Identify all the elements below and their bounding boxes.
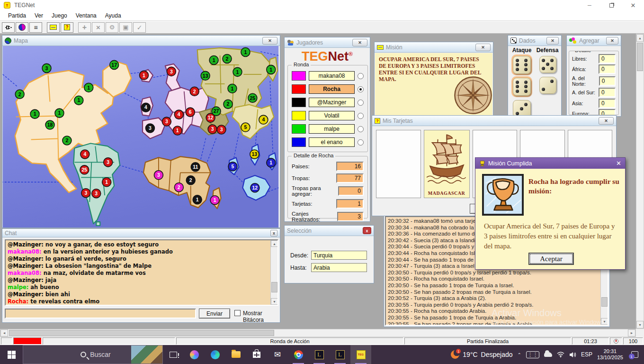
tray-app-icon[interactable]: ⋮⋮ [526, 351, 539, 358]
army-marker[interactable]: 2 [186, 176, 195, 185]
start-button[interactable] [0, 345, 23, 364]
mission-window-titlebar[interactable]: Misión ✕ [375, 42, 493, 53]
army-marker[interactable]: 1 [241, 47, 250, 56]
army-marker[interactable]: 2 [15, 90, 24, 99]
player-radio[interactable] [358, 73, 364, 79]
army-marker[interactable]: 3 [154, 171, 163, 180]
army-marker[interactable]: 1 [30, 109, 39, 118]
army-marker[interactable]: 4 [141, 103, 150, 112]
army-marker[interactable]: 25 [80, 165, 89, 174]
army-marker[interactable]: 2 [190, 87, 199, 96]
onedrive-icon[interactable] [544, 352, 552, 357]
close-button[interactable]: ✕ [622, 0, 644, 10]
army-marker[interactable]: 1 [102, 178, 111, 187]
cards-icon[interactable]: ? [61, 22, 73, 33]
army-marker[interactable]: 2 [223, 54, 232, 63]
army-marker[interactable]: 5 [228, 162, 237, 171]
card-slot[interactable] [376, 130, 421, 198]
army-marker[interactable]: 3 [42, 64, 51, 73]
restore-button[interactable] [600, 0, 622, 10]
accept-button[interactable]: Aceptar [528, 253, 574, 265]
chat-close-icon[interactable]: x [270, 230, 277, 237]
army-marker[interactable]: 17 [110, 60, 119, 69]
wifi-icon[interactable] [557, 352, 564, 357]
army-marker[interactable]: 1 [267, 65, 276, 74]
map-close-icon[interactable]: ✕ [262, 37, 277, 45]
army-marker[interactable]: 27 [212, 107, 221, 116]
mail-icon[interactable]: ✉ [267, 345, 288, 364]
list-icon[interactable]: ≡ [29, 22, 42, 33]
network-icon[interactable] [16, 22, 28, 33]
tegnet-taskbar-icon[interactable]: TEG [350, 345, 371, 364]
player-radio[interactable] [358, 139, 364, 146]
army-marker[interactable]: 1 [55, 109, 64, 118]
store-icon[interactable] [246, 345, 267, 364]
dialog-close-icon[interactable]: ✕ [616, 160, 621, 167]
army-marker[interactable]: 3 [208, 125, 217, 134]
dice-close-icon[interactable]: ✕ [546, 37, 559, 45]
army-marker[interactable]: 4 [80, 150, 89, 159]
send-button[interactable]: Enviar [199, 309, 230, 318]
file-explorer-icon[interactable] [225, 345, 246, 364]
menu-ayuda[interactable]: Ayuda [101, 11, 125, 20]
task-view-icon[interactable] [163, 345, 184, 364]
tray-expand-icon[interactable]: ⌃ [518, 352, 521, 357]
connect-icon[interactable] [2, 22, 15, 33]
mdi-hscrollbar[interactable]: ◄ ► [0, 329, 636, 337]
player-radio[interactable] [358, 100, 364, 106]
army-marker[interactable]: 1 [228, 84, 237, 93]
army-marker[interactable]: 11 [191, 163, 200, 172]
army-marker[interactable]: 2 [174, 183, 183, 192]
army-marker[interactable]: 13 [201, 71, 210, 80]
mission-icon[interactable] [47, 22, 60, 33]
army-marker[interactable]: 1 [140, 71, 149, 80]
from-field[interactable] [311, 251, 367, 260]
army-marker[interactable]: 1 [74, 96, 83, 105]
chat-scrollbar[interactable]: ▲ ▼ [270, 240, 277, 305]
dialog-titlebar[interactable]: Misión Cumplida ✕ [475, 158, 625, 169]
dice-window-titlebar[interactable]: Dados ✕ [508, 36, 561, 46]
player-radio[interactable] [358, 113, 364, 119]
army-marker[interactable]: 2 [224, 100, 233, 109]
cards-close-icon[interactable]: ✕ [599, 117, 614, 125]
selection-close-icon[interactable]: x [363, 227, 371, 234]
army-marker[interactable]: 13 [250, 150, 259, 159]
army-marker[interactable]: 4 [259, 115, 268, 124]
army-marker[interactable]: 4 [174, 110, 183, 119]
show-log-checkbox[interactable] [234, 310, 241, 316]
clock-widget[interactable]: 20:31 13/10/2025 [597, 348, 623, 361]
army-marker[interactable]: 5 [241, 123, 250, 132]
search-input[interactable]: Buscar [23, 345, 163, 364]
army-marker[interactable]: 12 [250, 183, 259, 192]
menu-ver[interactable]: Ver [30, 11, 47, 20]
weather-widget[interactable]: 1 19°C Despejado [451, 345, 512, 364]
army-marker[interactable]: 3 [81, 189, 90, 198]
lol-icon[interactable]: L [309, 345, 330, 364]
add-close-icon[interactable]: ✕ [606, 37, 618, 45]
chrome-icon[interactable] [288, 345, 309, 364]
cards-window-titlebar[interactable]: ? Mis Tarjetas ✕ [372, 116, 616, 126]
army-marker[interactable]: 2 [63, 136, 72, 145]
chat-window-titlebar[interactable]: Chat x [2, 229, 280, 237]
player-radio[interactable] [358, 126, 364, 132]
menu-juego[interactable]: Juego [47, 11, 72, 20]
army-marker[interactable]: 1 [210, 196, 219, 205]
army-marker[interactable]: 1 [193, 195, 202, 204]
to-field[interactable] [311, 263, 367, 272]
army-marker[interactable]: 25 [248, 93, 257, 102]
minimize-button[interactable]: ─ [579, 0, 600, 10]
lol-icon-2[interactable]: L [330, 345, 350, 364]
army-marker[interactable]: 3 [167, 67, 176, 76]
edge-icon[interactable] [205, 345, 225, 364]
mdi-vscrollbar[interactable]: ▲ ▼ [636, 34, 644, 329]
search-highlight-image[interactable] [131, 346, 162, 364]
player-radio[interactable] [358, 86, 364, 92]
army-marker[interactable]: 3 [104, 158, 113, 167]
army-marker[interactable]: 18 [45, 120, 54, 129]
mission-close-icon[interactable]: ✕ [475, 44, 491, 51]
language-indicator[interactable]: ESP [581, 351, 592, 358]
menu-ventana[interactable]: Ventana [72, 11, 101, 20]
copilot-icon[interactable] [184, 345, 205, 364]
notification-center-icon[interactable]: 1 [628, 345, 641, 364]
chat-input[interactable] [5, 309, 196, 318]
